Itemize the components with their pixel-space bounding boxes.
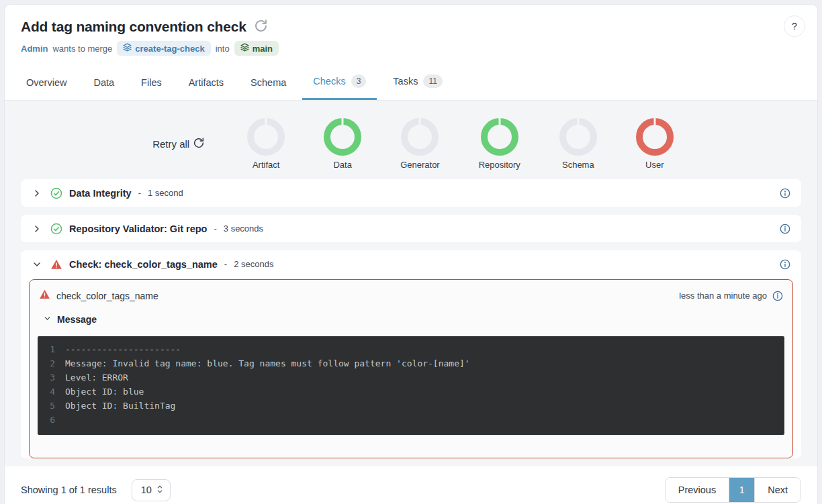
- layers-icon: [123, 43, 132, 54]
- layers-icon: [240, 43, 249, 54]
- message-section-toggle[interactable]: Message: [30, 309, 792, 331]
- check-card-color-tags: Check: check_color_tags_name - 2 seconds…: [21, 250, 801, 458]
- into-text: into: [216, 44, 230, 54]
- chevron-right-icon: [32, 188, 44, 199]
- page-1-button[interactable]: 1: [729, 478, 754, 502]
- donut-artifact[interactable]: Artifact: [247, 118, 285, 170]
- retry-icon: [193, 138, 204, 150]
- source-branch-badge[interactable]: create-tag-check: [117, 41, 210, 56]
- tab-data[interactable]: Data: [83, 68, 125, 100]
- help-button[interactable]: ?: [784, 15, 805, 37]
- info-icon[interactable]: [780, 259, 790, 270]
- pagination: Previous 1 Next: [665, 477, 801, 503]
- donut-ring-icon: [247, 118, 285, 156]
- chevron-right-icon: [32, 223, 44, 234]
- info-icon[interactable]: [780, 223, 790, 234]
- code-line: 4Object ID: blue: [44, 385, 775, 399]
- target-branch-badge[interactable]: main: [234, 41, 279, 56]
- donut-repository[interactable]: Repository: [479, 118, 520, 170]
- donut-data[interactable]: Data: [324, 118, 361, 170]
- message-section-label: Message: [57, 314, 97, 325]
- donut-schema[interactable]: Schema: [559, 118, 597, 170]
- tab-tasks[interactable]: Tasks11: [382, 65, 453, 100]
- donut-generator[interactable]: Generator: [400, 118, 440, 170]
- chevron-down-icon: [43, 313, 52, 325]
- donut-ring-icon: [481, 118, 518, 156]
- tab-checks[interactable]: Checks3: [302, 65, 377, 100]
- info-icon[interactable]: [780, 188, 790, 199]
- check-card-repository-validator: Repository Validator: Git repo - 3 secon…: [21, 215, 801, 242]
- refresh-button[interactable]: [253, 18, 269, 36]
- check-duration: 1 second: [148, 188, 183, 198]
- check-list: Data Integrity - 1 second: [21, 179, 801, 458]
- checks-count-badge: 3: [351, 74, 367, 88]
- stepper-chevrons-icon: [156, 485, 163, 496]
- check-duration: 2 seconds: [234, 259, 273, 269]
- check-summary-row: Retry all Artifact Data Generator Reposi…: [5, 101, 817, 179]
- donut-user[interactable]: User: [636, 118, 674, 170]
- code-line: 5Object ID: BuiltinTag: [44, 399, 775, 413]
- page-title: Add tag naming convention check: [21, 19, 246, 35]
- info-icon[interactable]: [772, 291, 783, 301]
- tab-bar: Overview Data Files Artifacts Schema Che…: [5, 65, 817, 101]
- retry-all-button[interactable]: Retry all: [148, 137, 208, 151]
- merge-text: wants to merge: [52, 44, 112, 54]
- code-line: 1----------------------: [44, 342, 775, 356]
- check-row-toggle[interactable]: Check: check_color_tags_name - 2 seconds: [21, 250, 801, 278]
- code-line: 3Level: ERROR: [44, 370, 775, 385]
- check-passed-icon: [50, 187, 62, 199]
- check-row-toggle[interactable]: Repository Validator: Git repo - 3 secon…: [21, 215, 801, 242]
- author-link[interactable]: Admin: [21, 44, 48, 54]
- tab-files[interactable]: Files: [130, 68, 173, 100]
- check-duration: 3 seconds: [224, 223, 263, 234]
- check-error-panel: check_color_tags_name less than a minute…: [29, 279, 793, 458]
- merge-request-page: Add tag naming convention check ? Admin …: [4, 4, 818, 504]
- warning-triangle-icon: [39, 289, 50, 303]
- donut-ring-icon: [636, 118, 674, 156]
- tasks-count-badge: 11: [423, 74, 442, 88]
- next-page-button[interactable]: Next: [754, 478, 801, 502]
- code-line: 6: [44, 413, 775, 427]
- check-title: Data Integrity: [69, 188, 132, 199]
- refresh-icon: [255, 19, 267, 34]
- warning-triangle-icon: [50, 258, 62, 270]
- results-count-text: Showing 1 of 1 results: [21, 485, 117, 495]
- check-title: Check: check_color_tags_name: [69, 259, 218, 270]
- error-message-code-block: 1---------------------- 2Message: Invali…: [38, 336, 784, 435]
- check-card-data-integrity: Data Integrity - 1 second: [21, 179, 801, 207]
- error-timestamp: less than a minute ago: [679, 291, 767, 301]
- pr-header: Add tag naming convention check ? Admin …: [5, 5, 817, 56]
- results-footer: Showing 1 of 1 results 10 Previous 1 Nex…: [5, 466, 817, 504]
- check-row-toggle[interactable]: Data Integrity - 1 second: [21, 179, 801, 207]
- tab-overview[interactable]: Overview: [15, 68, 77, 100]
- checks-area: Retry all Artifact Data Generator Reposi…: [5, 101, 817, 466]
- code-line: 2Message: Invalid tag name: blue. Tag na…: [44, 356, 775, 370]
- page-size-select[interactable]: 10: [132, 479, 171, 501]
- error-check-name: check_color_tags_name: [56, 291, 158, 301]
- donut-ring-icon: [401, 118, 439, 156]
- previous-page-button[interactable]: Previous: [666, 478, 729, 502]
- donut-ring-icon: [324, 118, 361, 156]
- check-passed-icon: [50, 223, 62, 235]
- error-panel-header: check_color_tags_name less than a minute…: [30, 280, 792, 309]
- tab-schema[interactable]: Schema: [240, 68, 297, 100]
- check-title: Repository Validator: Git repo: [69, 223, 207, 234]
- donut-ring-icon: [559, 118, 597, 156]
- chevron-down-icon: [32, 259, 44, 270]
- tab-artifacts[interactable]: Artifacts: [178, 68, 234, 100]
